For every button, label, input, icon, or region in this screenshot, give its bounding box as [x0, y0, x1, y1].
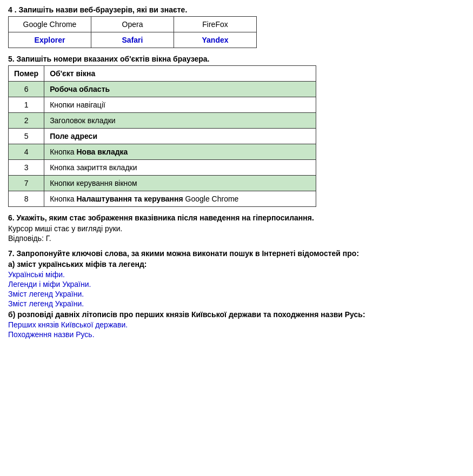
- question-5-section: 5. Запишіть номери вказаних об'єктів вік…: [8, 55, 465, 207]
- row-number: 5: [9, 129, 44, 144]
- browser-cell: Explorer: [9, 32, 91, 48]
- row-number: 3: [9, 160, 44, 176]
- row-number: 2: [9, 113, 44, 129]
- row-number: 7: [9, 176, 44, 191]
- q7-subb-answer: Перших князів Київської держави.: [8, 320, 465, 329]
- table-row: 2Заголовок вкладки: [9, 113, 316, 129]
- row-object-name: Кнопки керування вікном: [44, 176, 316, 191]
- row-object-name: Кнопка Нова вкладка: [44, 144, 316, 160]
- row-object-name: Кнопки навігації: [44, 97, 316, 113]
- row-object-name: Кнопка Налаштування та керування Google …: [44, 191, 316, 207]
- col1-header: Помер: [9, 66, 44, 82]
- table-row: 8Кнопка Налаштування та керування Google…: [9, 191, 316, 207]
- row-number: 4: [9, 144, 44, 160]
- table-row: 5Поле адреси: [9, 129, 316, 144]
- question-4-section: 4 . Запишіть назви веб-браузерів, які ви…: [8, 5, 465, 48]
- q7-suba-answer: Зміст легенд України.: [8, 290, 465, 298]
- browser-cell: Yandex: [174, 32, 257, 48]
- q6-answer1: Курсор миші стає у вигляді руки.: [8, 224, 465, 233]
- q7-subb-answers: Перших князів Київської держави.Походжен…: [8, 320, 465, 339]
- table-row: 1Кнопки навігації: [9, 97, 316, 113]
- col2-header: Об'єкт вікна: [44, 66, 316, 82]
- row-object-name: Кнопка закриття вкладки: [44, 160, 316, 176]
- table-row: 4Кнопка Нова вкладка: [9, 144, 316, 160]
- row-number: 6: [9, 82, 44, 97]
- row-object-name: Заголовок вкладки: [44, 113, 316, 129]
- q5-title: 5. Запишіть номери вказаних об'єктів вік…: [8, 55, 465, 63]
- row-object-name: Поле адреси: [44, 129, 316, 144]
- q6-answer2: Відповідь: Г.: [8, 234, 465, 243]
- q6-title: 6. Укажіть, яким стає зображення вказівн…: [8, 213, 465, 222]
- row-number: 1: [9, 97, 44, 113]
- row-object-name: Робоча область: [44, 82, 316, 97]
- q7-subb-label: б) розповіді давніх літописів про перших…: [8, 310, 465, 319]
- q7-subb-answer: Походження назви Русь.: [8, 330, 465, 339]
- q7-suba-answer: Легенди і міфи України.: [8, 280, 465, 289]
- table-row: 6Робоча область: [9, 82, 316, 97]
- table-row: 3Кнопка закриття вкладки: [9, 160, 316, 176]
- q7-suba-answer: Зміст легенд України.: [8, 299, 465, 308]
- browser-cell: Google Chrome: [9, 17, 91, 32]
- browser-cell: Safari: [91, 32, 174, 48]
- q7-title: 7. Запропонуйте ключові слова, за якими …: [8, 249, 465, 258]
- q7-suba-label: а) зміст українських міфів та легенд:: [8, 260, 465, 269]
- browser-cell: Opera: [91, 17, 174, 32]
- table-row: 7Кнопки керування вікном: [9, 176, 316, 191]
- q7-suba-answers: Українські міфи.Легенди і міфи України.З…: [8, 270, 465, 308]
- q7-suba-answer: Українські міфи.: [8, 270, 465, 279]
- objects-table: Помер Об'єкт вікна 6Робоча область1Кнопк…: [8, 65, 316, 207]
- q4-title: 4 . Запишіть назви веб-браузерів, які ви…: [8, 5, 465, 14]
- question-6-section: 6. Укажіть, яким стає зображення вказівн…: [8, 213, 465, 243]
- row-number: 8: [9, 191, 44, 207]
- browser-cell: FireFox: [174, 17, 257, 32]
- question-7-section: 7. Запропонуйте ключові слова, за якими …: [8, 249, 465, 339]
- browser-table: Google ChromeOperaFireFoxExplorerSafariY…: [8, 16, 257, 48]
